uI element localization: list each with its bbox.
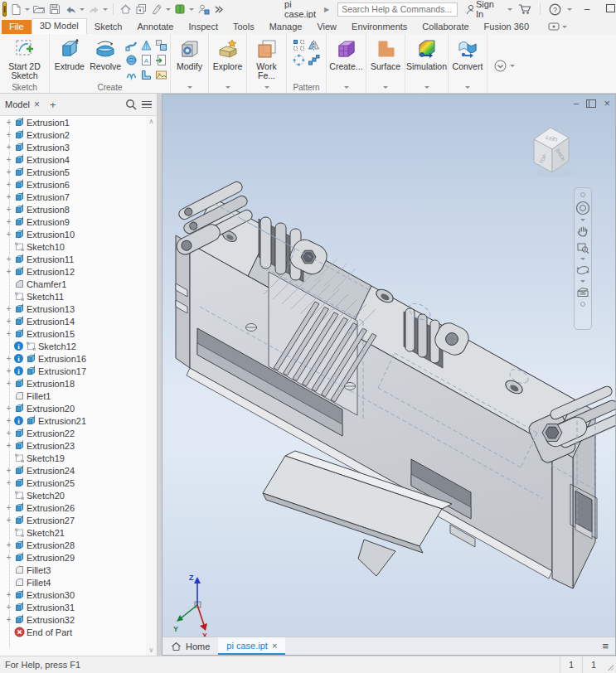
tree-expander[interactable]: + (4, 317, 13, 326)
tree-item-sketch10[interactable]: Sketch10 (0, 240, 146, 253)
explore-button[interactable]: Explore (211, 36, 245, 71)
tree-item-extrusion1[interactable]: +Extrusion1 (0, 116, 146, 128)
start-2d-sketch-button[interactable]: Start 2D Sketch (6, 36, 44, 80)
tab-close-icon[interactable]: × (272, 641, 277, 651)
scroll-down-icon[interactable]: ∨ (147, 646, 156, 654)
redo-dropdown-icon[interactable] (103, 8, 108, 11)
ribbon-tab-3d-model[interactable]: 3D Model (32, 18, 87, 34)
home-icon[interactable] (118, 2, 133, 17)
orbit-dropdown-icon[interactable] (580, 280, 585, 283)
tree-item-fillet3[interactable]: Fillet3 (0, 564, 146, 576)
tree-expander[interactable]: + (4, 118, 13, 127)
return-icon[interactable] (133, 2, 148, 17)
ribbon-tab-file[interactable]: File (2, 20, 32, 34)
help-dropdown-icon[interactable] (567, 8, 572, 11)
tree-item-extrusion17[interactable]: +iExtrusion17 (0, 365, 146, 377)
tree-expander[interactable]: + (4, 167, 13, 177)
ribbon-tab-fusion-360[interactable]: Fusion 360 (477, 20, 536, 34)
tree-item-extrusion16[interactable]: +iExtrusion16 (0, 352, 146, 365)
ribbon-tab-manage[interactable]: Manage (262, 20, 310, 34)
tree-expander[interactable]: + (4, 466, 13, 475)
tree-item-extrusion15[interactable]: +Extrusion15 (0, 327, 146, 340)
doc-restore-icon[interactable] (586, 99, 596, 108)
tree-item-extrusion5[interactable]: +Extrusion5 (0, 166, 146, 178)
open-icon[interactable] (32, 2, 46, 17)
tree-expander[interactable]: + (4, 428, 13, 438)
panel-modify[interactable]: Modify (171, 34, 209, 93)
tree-item-extrusion6[interactable]: +Extrusion6 (0, 178, 146, 191)
import-icon[interactable] (153, 52, 168, 67)
inventor-app-icon[interactable]: I (2, 2, 7, 17)
tree-item-extrusion8[interactable]: +Extrusion8 (0, 203, 146, 215)
tree-expander[interactable]: + (4, 254, 13, 264)
navbar-options-icon[interactable] (580, 302, 585, 307)
tree-expander[interactable]: + (4, 143, 13, 152)
tree-item-sketch11[interactable]: Sketch11 (0, 290, 146, 303)
tree-item-extrusion9[interactable]: +Extrusion9 (0, 215, 146, 228)
tree-item-extrusion23[interactable]: +Extrusion23 (0, 439, 146, 452)
tree-expander[interactable]: + (4, 354, 13, 363)
tree-expander[interactable]: + (4, 267, 13, 276)
ribbon-appearance-button[interactable] (548, 22, 568, 34)
orbit-icon[interactable] (575, 264, 590, 277)
redo-icon[interactable] (86, 2, 101, 17)
maximize-button[interactable] (601, 3, 616, 15)
ribbon-tab-environments[interactable]: Environments (344, 20, 415, 34)
create-freeform-button[interactable]: Create... (328, 36, 364, 71)
ribbon-tab-tools[interactable]: Tools (226, 20, 262, 34)
tree-expander[interactable]: + (4, 205, 13, 214)
tree-expander[interactable]: + (4, 615, 13, 624)
tree-item-extrusion2[interactable]: +Extrusion2 (0, 128, 146, 141)
simulation-button[interactable]: Simulation (408, 36, 446, 71)
overflow-icon[interactable] (211, 2, 226, 17)
tree-item-extrusion7[interactable]: +Extrusion7 (0, 191, 146, 203)
loft-icon[interactable] (138, 37, 153, 52)
modify-button[interactable]: Modify (172, 36, 206, 71)
panel-create-freeform-caret[interactable] (328, 81, 364, 93)
tree-expander[interactable]: + (4, 366, 13, 375)
minimize-button[interactable]: – (578, 3, 596, 15)
ribbon-tab-collaborate[interactable]: Collaborate (415, 20, 476, 34)
new-document-dropdown-icon[interactable] (25, 8, 30, 11)
ribbon-tab-view[interactable]: View (309, 20, 344, 34)
material-dropdown-icon[interactable] (189, 8, 194, 11)
browser-tab-model[interactable]: Model × (5, 99, 40, 110)
tree-item-extrusion22[interactable]: +Extrusion22 (0, 427, 146, 439)
ribbon-options-button[interactable] (494, 39, 516, 93)
sign-in-dropdown-icon[interactable] (507, 8, 512, 11)
pan-icon[interactable] (576, 225, 589, 238)
tree-item-extrusion27[interactable]: +Extrusion27 (0, 514, 146, 526)
tree-expander[interactable]: + (4, 516, 13, 525)
doc-close-icon[interactable]: × (604, 97, 610, 109)
scroll-up-icon[interactable]: ∧ (147, 118, 156, 125)
zoom-dropdown-icon[interactable] (580, 258, 585, 260)
tree-item-end-of-part[interactable]: End of Part (0, 626, 146, 638)
tree-item-fillet4[interactable]: Fillet4 (0, 576, 146, 588)
panel-work-features[interactable]: Work Fe... (247, 34, 287, 93)
derive-icon[interactable] (153, 37, 168, 52)
emboss-icon[interactable]: A (138, 52, 153, 67)
ribbon-tab-inspect[interactable]: Inspect (182, 20, 226, 34)
tree-item-extrusion10[interactable]: +Extrusion10 (0, 228, 146, 240)
tree-expander[interactable]: + (4, 590, 13, 599)
panel-explore[interactable]: Explore (209, 34, 247, 93)
look-at-icon[interactable] (575, 286, 590, 298)
rib-icon[interactable] (138, 67, 153, 82)
browser-add-tab-icon[interactable]: + (50, 99, 56, 111)
tree-item-extrusion21[interactable]: +iExtrusion21 (0, 414, 146, 427)
tree-item-extrusion29[interactable]: +Extrusion29 (0, 551, 146, 564)
decal-icon[interactable] (153, 67, 168, 82)
view-cube[interactable]: LEFT TOP BACK (527, 121, 587, 182)
collaborate-icon[interactable] (196, 2, 211, 17)
navbar-handle-icon[interactable] (580, 192, 585, 197)
tree-expander[interactable]: + (4, 603, 13, 612)
tab-pi-case[interactable]: pi case.ipt × (218, 637, 285, 655)
tree-item-extrusion11[interactable]: +Extrusion11 (0, 253, 146, 265)
ribbon-tab-annotate[interactable]: Annotate (129, 20, 181, 34)
save-icon[interactable] (47, 2, 62, 17)
browser-menu-icon[interactable] (142, 99, 152, 110)
tree-expander[interactable]: + (4, 155, 13, 164)
tree-expander[interactable]: + (4, 379, 13, 388)
panel-modify-caret[interactable] (172, 81, 206, 93)
tree-expander[interactable]: + (4, 478, 13, 487)
